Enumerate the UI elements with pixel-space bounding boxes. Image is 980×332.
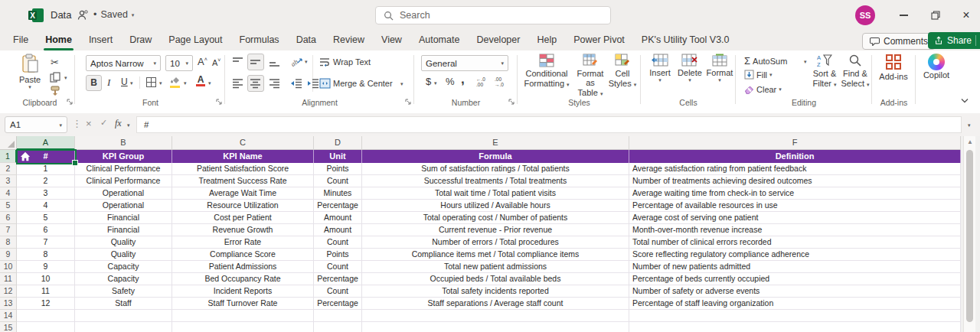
- cell[interactable]: Total wait time / Total patient visits: [362, 187, 629, 200]
- clipboard-dialog-launcher-icon[interactable]: [66, 98, 74, 106]
- cell[interactable]: Cost per Patient: [172, 212, 314, 224]
- expand-formula-bar-chevron-icon[interactable]: ▾: [968, 122, 971, 128]
- cell[interactable]: 1: [17, 163, 75, 175]
- tab-review[interactable]: Review: [325, 31, 373, 50]
- cell[interactable]: Total safety incidents reported: [362, 285, 629, 298]
- scrollbar-thumb[interactable]: [966, 150, 973, 322]
- cell[interactable]: Number of new patients admitted: [629, 261, 961, 273]
- font-color-chevron-icon[interactable]: ▾: [208, 80, 211, 86]
- tab-home[interactable]: Home: [37, 31, 80, 50]
- save-status[interactable]: • Saved ▾: [93, 9, 134, 20]
- cell[interactable]: 6: [17, 224, 75, 236]
- cell[interactable]: 3: [17, 187, 75, 200]
- cell[interactable]: Percentage: [314, 273, 362, 285]
- cell[interactable]: Percentage: [314, 200, 362, 212]
- people-icon[interactable]: [77, 9, 89, 21]
- avatar[interactable]: SS: [855, 5, 875, 25]
- cell[interactable]: Points: [314, 249, 362, 261]
- formula-input[interactable]: #: [136, 116, 962, 133]
- shrink-font-button[interactable]: A˅: [212, 57, 220, 67]
- align-right-icon[interactable]: [269, 78, 280, 89]
- font-dialog-launcher-icon[interactable]: [215, 98, 223, 106]
- select-all-corner[interactable]: [0, 136, 17, 150]
- collapse-ribbon-chevron-icon[interactable]: [960, 98, 969, 104]
- cell[interactable]: Operational: [75, 187, 172, 200]
- row-header-1[interactable]: 1: [0, 150, 17, 163]
- home-icon[interactable]: [20, 151, 31, 161]
- insert-cells-button[interactable]: Insert ▾: [646, 54, 674, 83]
- cell[interactable]: Total number of clinical errors recorded: [629, 236, 961, 249]
- increase-indent-icon[interactable]: [307, 78, 319, 89]
- format-cells-button[interactable]: Format ▾: [704, 54, 735, 83]
- tab-pk-s-utility-tool-v3-0[interactable]: PK's Utility Tool V3.0: [633, 31, 738, 50]
- decrease-decimal-button[interactable]: .00→.0: [495, 76, 504, 87]
- row-header-10[interactable]: 10: [0, 261, 17, 273]
- cell-styles-button[interactable]: Cell Styles ▾: [607, 54, 638, 88]
- cell[interactable]: [75, 322, 172, 332]
- autosum-chevron-icon[interactable]: ▾: [804, 59, 807, 64]
- cell[interactable]: Financial: [75, 224, 172, 236]
- restore-button[interactable]: [919, 0, 952, 31]
- tab-draw[interactable]: Draw: [121, 31, 160, 50]
- cell[interactable]: Error Rate: [172, 236, 314, 249]
- fill-color-chevron-icon[interactable]: ▾: [184, 80, 187, 86]
- cell[interactable]: Average waiting time from check-in to se…: [629, 187, 961, 200]
- cell[interactable]: Staff: [75, 298, 172, 310]
- cell[interactable]: Number of treatments achieving desired o…: [629, 175, 961, 187]
- cell[interactable]: Safety: [75, 285, 172, 298]
- cell[interactable]: 11: [17, 285, 75, 298]
- paste-button[interactable]: Paste ▾: [14, 54, 46, 90]
- currency-chevron-icon[interactable]: ▾: [434, 80, 437, 86]
- cell[interactable]: 8: [17, 249, 75, 261]
- align-center-button[interactable]: [247, 75, 264, 92]
- header-cell[interactable]: Unit: [314, 150, 362, 163]
- merge-center-chevron-icon[interactable]: ▾: [400, 81, 403, 86]
- cell[interactable]: Number of safety or adverse events: [629, 285, 961, 298]
- cell[interactable]: Compliance items met / Total compliance …: [362, 249, 629, 261]
- number-format-select[interactable]: General▾: [421, 55, 508, 71]
- clear-button[interactable]: Clear ▾: [744, 84, 782, 94]
- merge-center-button[interactable]: Merge & Center: [319, 78, 393, 89]
- cell[interactable]: Average cost of serving one patient: [629, 212, 961, 224]
- cell[interactable]: Staff Turnover Rate: [172, 298, 314, 310]
- row-header-6[interactable]: 6: [0, 212, 17, 224]
- cell[interactable]: 10: [17, 273, 75, 285]
- cell[interactable]: Amount: [314, 212, 362, 224]
- cell[interactable]: Month-over-month revenue increase: [629, 224, 961, 236]
- row-header-14[interactable]: 14: [0, 310, 17, 322]
- header-cell[interactable]: KPI Name: [172, 150, 314, 163]
- fill-color-button[interactable]: [170, 76, 180, 88]
- orientation-icon[interactable]: ab: [290, 55, 303, 67]
- cell[interactable]: Bed Occupancy Rate: [172, 273, 314, 285]
- delete-cells-button[interactable]: Delete ▾: [675, 54, 704, 83]
- cell[interactable]: Count: [314, 236, 362, 249]
- cell[interactable]: Staff separations / Average staff count: [362, 298, 629, 310]
- cell[interactable]: [314, 310, 362, 322]
- row-header-8[interactable]: 8: [0, 236, 17, 249]
- cell[interactable]: [362, 310, 629, 322]
- cell[interactable]: Resource Utilization: [172, 200, 314, 212]
- cell[interactable]: 12: [17, 298, 75, 310]
- tab-data[interactable]: Data: [288, 31, 325, 50]
- cell[interactable]: 9: [17, 261, 75, 273]
- row-header-12[interactable]: 12: [0, 285, 17, 298]
- tab-developer[interactable]: Developer: [468, 31, 528, 50]
- fx-chevron-icon[interactable]: ▾: [127, 122, 130, 128]
- alignment-dialog-launcher-icon[interactable]: [404, 98, 412, 106]
- italic-button[interactable]: I: [107, 76, 110, 89]
- enter-check-icon[interactable]: ✓: [100, 118, 107, 128]
- cell[interactable]: Successful treatments / Total treatments: [362, 175, 629, 187]
- cell[interactable]: Clinical Performance: [75, 163, 172, 175]
- font-family-select[interactable]: Aptos Narrow▾: [86, 55, 161, 71]
- cell[interactable]: 5: [17, 212, 75, 224]
- row-header-11[interactable]: 11: [0, 273, 17, 285]
- cell[interactable]: Incident Reports: [172, 285, 314, 298]
- cell[interactable]: 2: [17, 175, 75, 187]
- align-left-icon[interactable]: [232, 78, 243, 89]
- cell[interactable]: Clinical Performance: [75, 175, 172, 187]
- search-input[interactable]: Search: [375, 6, 611, 24]
- cell[interactable]: Average satisfaction rating from patient…: [629, 163, 961, 175]
- tab-automate[interactable]: Automate: [410, 31, 469, 50]
- format-as-table-button[interactable]: Format as Table ▾: [573, 54, 607, 97]
- scroll-up-arrow-icon[interactable]: ▲: [964, 138, 976, 145]
